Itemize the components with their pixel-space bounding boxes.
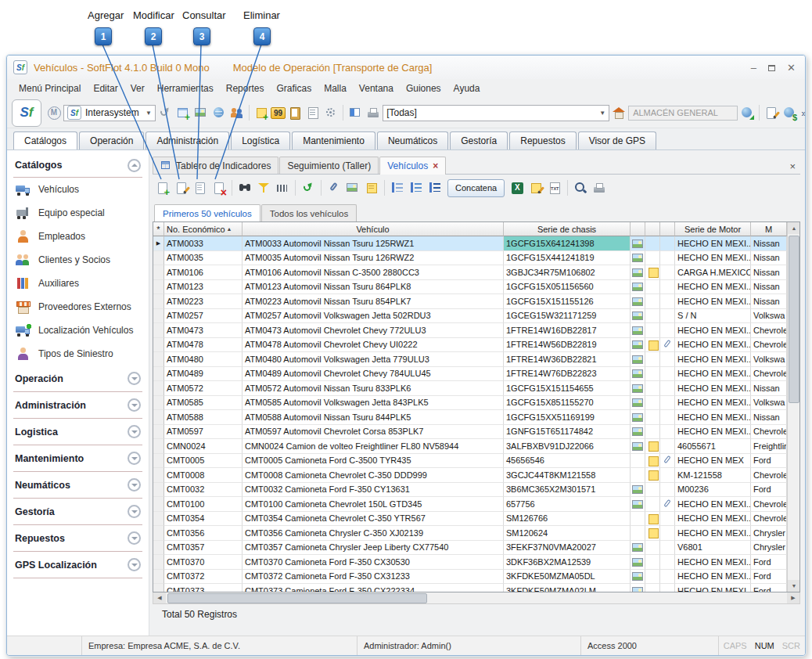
sidebar-section-repuestos[interactable]: Repuestos: [13, 525, 142, 552]
sidebar-item-proveedores-externos[interactable]: Proveedores Externos: [13, 295, 142, 319]
menu-guiones[interactable]: Guiones: [401, 81, 447, 95]
sidebar-section-neumaticos[interactable]: Neumáticos: [13, 472, 142, 499]
users-button[interactable]: [228, 104, 246, 121]
clipboard-button[interactable]: [286, 104, 304, 121]
export-excel-button[interactable]: [508, 179, 526, 196]
images-gallery-button[interactable]: [192, 104, 210, 121]
toolbar-overflow-button[interactable]: »: [799, 107, 806, 119]
menu-ayuda[interactable]: Ayuda: [448, 81, 486, 95]
module-tab-mantenimiento[interactable]: Mantenimiento: [292, 131, 375, 149]
modify-button[interactable]: [173, 179, 190, 196]
globe-button[interactable]: [210, 104, 228, 121]
sidebar-section-administracion[interactable]: Administración: [13, 392, 142, 419]
notes-button[interactable]: [363, 179, 380, 196]
sidebar-item-clientes-y-socios[interactable]: Clientes y Socios: [13, 248, 142, 272]
module-tab-visor-de-gps[interactable]: Visor de GPS: [578, 131, 656, 149]
scroll-up-icon[interactable]: ▲: [788, 222, 800, 234]
search-button[interactable]: [236, 179, 253, 196]
barcode-button[interactable]: [274, 179, 291, 196]
horizontal-scroll-thumb[interactable]: [167, 593, 427, 603]
sidebar-item-equipo-especial[interactable]: Equipo especial: [13, 201, 142, 225]
layout-button[interactable]: [347, 104, 364, 121]
vertical-scroll-thumb[interactable]: [789, 236, 799, 403]
sidebar-section-mantenimiento[interactable]: Mantenimiento: [13, 445, 142, 472]
group-button[interactable]: [389, 179, 406, 196]
sidebar-item-vehiculos[interactable]: Vehículos: [13, 178, 142, 201]
column-header-serie-de-motor[interactable]: Serie de Motor: [675, 222, 751, 236]
sidebar-item-tipos-de-siniestro[interactable]: Tipos de Siniestro: [13, 342, 142, 366]
scroll-right-icon[interactable]: ▶: [787, 592, 799, 603]
column-header-m[interactable]: M: [751, 222, 787, 236]
minimize-button[interactable]: –: [751, 63, 756, 73]
almacen-field[interactable]: ALMACÉN GENERAL: [628, 106, 738, 121]
company-select[interactable]: SfInterasystem 2014▼: [63, 105, 156, 121]
images-button[interactable]: [344, 179, 361, 196]
doc-tab-vehiculos[interactable]: Vehículos×: [379, 157, 446, 175]
doc-tab-seguimiento-taller[interactable]: Seguimiento (Taller): [279, 157, 379, 174]
doc-tabs-close-button[interactable]: ×: [789, 160, 800, 174]
new-note-button[interactable]: [253, 104, 270, 121]
web-button[interactable]: [738, 104, 756, 121]
sidebar-section-logistica[interactable]: Logistica: [13, 419, 142, 445]
column-header-no-economico[interactable]: No. Económico▲: [164, 222, 243, 236]
vertical-scrollbar[interactable]: ▲ ▼: [787, 222, 800, 592]
export-txt-button[interactable]: [546, 179, 563, 196]
sidebar-section-gps-localizacion[interactable]: GPS Localización: [13, 552, 142, 578]
scroll-down-icon[interactable]: ▼: [788, 580, 800, 592]
export-notes-button[interactable]: [527, 179, 544, 196]
scroll-left-icon[interactable]: ◀: [153, 592, 166, 603]
sidebar-section-catalogos[interactable]: Catálogos: [13, 153, 142, 178]
module-tab-administracion[interactable]: Administración: [146, 131, 229, 149]
column-header-icons[interactable]: [645, 222, 660, 236]
quick-menu-button[interactable]: [45, 104, 63, 121]
column-header-icons[interactable]: [660, 222, 675, 236]
tasks-list-button[interactable]: [304, 104, 322, 121]
expand-all-button[interactable]: [408, 179, 425, 196]
column-header-vehiculo[interactable]: Vehículo: [243, 222, 504, 236]
menu-ventana[interactable]: Ventana: [354, 81, 399, 95]
filter-button[interactable]: [255, 179, 272, 196]
column-header-icons[interactable]: [631, 222, 645, 236]
print-setup-button[interactable]: [365, 104, 382, 121]
module-tab-neumaticos[interactable]: Neumáticos: [377, 131, 448, 149]
pending-99-badge[interactable]: 99: [271, 107, 286, 119]
refresh-button[interactable]: [300, 179, 317, 196]
module-tab-repuestos[interactable]: Repuestos: [509, 131, 576, 149]
settings-button[interactable]: [322, 104, 340, 121]
new-window-button[interactable]: [174, 104, 192, 121]
menu-malla[interactable]: Malla: [318, 81, 352, 95]
view-tab-primeros-50-vehiculos[interactable]: Primeros 50 vehículos: [154, 204, 260, 221]
module-tab-logistica[interactable]: Logística: [231, 131, 290, 149]
add-button[interactable]: [154, 179, 171, 196]
concatena-button[interactable]: Concatena: [447, 179, 505, 197]
collapse-all-button[interactable]: [426, 179, 444, 196]
sidebar-section-operacion[interactable]: Operación: [13, 366, 142, 392]
close-button[interactable]: ✕: [787, 63, 796, 73]
home-button[interactable]: [610, 104, 627, 121]
horizontal-scrollbar[interactable]: ◀ ▶: [153, 592, 800, 604]
close-tab-icon[interactable]: ×: [433, 160, 438, 171]
finance-button[interactable]: [781, 104, 798, 121]
sidebar-item-localizacion-vehiculos[interactable]: Localización Vehículos: [13, 319, 142, 342]
consult-button[interactable]: [192, 179, 209, 196]
attachments-button[interactable]: [325, 179, 343, 196]
menu-herramientas[interactable]: Herramientas: [152, 81, 219, 95]
module-tab-gestoria[interactable]: Gestoría: [450, 131, 508, 149]
restore-button[interactable]: [768, 63, 775, 73]
module-tab-operacion[interactable]: Operación: [79, 131, 144, 149]
doc-tab-tablero-de-indicadores[interactable]: Tablero de Indicadores: [153, 157, 278, 174]
sidebar-item-auxiliares[interactable]: Auxiliares: [13, 272, 142, 295]
menu-editar[interactable]: Editar: [88, 81, 123, 95]
column-header-indicator[interactable]: *: [153, 222, 164, 236]
print-button[interactable]: [591, 179, 608, 196]
menu-graficas[interactable]: Graficas: [271, 81, 317, 95]
filter-todas-select[interactable]: [Todas]▼: [383, 105, 609, 121]
column-header-serie-de-chasis[interactable]: Serie de chasis: [504, 222, 631, 236]
menu-reportes[interactable]: Reportes: [221, 81, 270, 95]
preview-button[interactable]: [572, 179, 589, 196]
delete-button[interactable]: [210, 179, 228, 196]
module-tab-catalogos[interactable]: Catálogos: [13, 131, 77, 149]
sidebar-section-gestoria[interactable]: Gestoría: [13, 499, 142, 525]
menu-menu-principal[interactable]: Menú Principal: [13, 81, 86, 95]
sidebar-item-empleados[interactable]: Empleados: [13, 225, 142, 248]
